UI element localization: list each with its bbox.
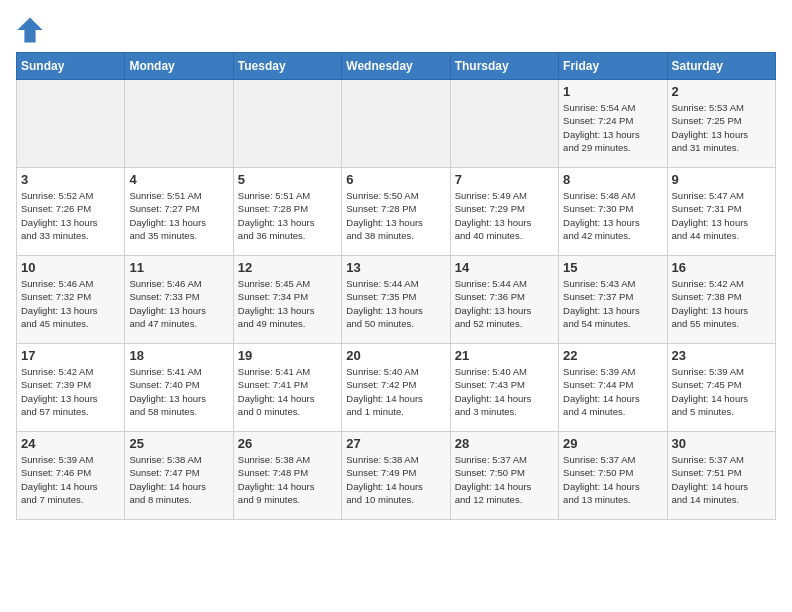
week-row-3: 10Sunrise: 5:46 AMSunset: 7:32 PMDayligh… <box>17 256 776 344</box>
svg-marker-0 <box>17 17 42 42</box>
week-row-1: 1Sunrise: 5:54 AMSunset: 7:24 PMDaylight… <box>17 80 776 168</box>
calendar-cell <box>450 80 558 168</box>
calendar-header: SundayMondayTuesdayWednesdayThursdayFrid… <box>17 53 776 80</box>
calendar-cell: 12Sunrise: 5:45 AMSunset: 7:34 PMDayligh… <box>233 256 341 344</box>
day-info: Sunrise: 5:46 AMSunset: 7:32 PMDaylight:… <box>21 277 120 330</box>
day-number: 27 <box>346 436 445 451</box>
day-number: 7 <box>455 172 554 187</box>
day-info: Sunrise: 5:40 AMSunset: 7:42 PMDaylight:… <box>346 365 445 418</box>
week-row-5: 24Sunrise: 5:39 AMSunset: 7:46 PMDayligh… <box>17 432 776 520</box>
calendar-cell: 27Sunrise: 5:38 AMSunset: 7:49 PMDayligh… <box>342 432 450 520</box>
calendar-cell: 10Sunrise: 5:46 AMSunset: 7:32 PMDayligh… <box>17 256 125 344</box>
calendar-cell: 30Sunrise: 5:37 AMSunset: 7:51 PMDayligh… <box>667 432 775 520</box>
calendar-cell: 1Sunrise: 5:54 AMSunset: 7:24 PMDaylight… <box>559 80 667 168</box>
day-info: Sunrise: 5:38 AMSunset: 7:47 PMDaylight:… <box>129 453 228 506</box>
calendar-cell: 17Sunrise: 5:42 AMSunset: 7:39 PMDayligh… <box>17 344 125 432</box>
calendar-cell: 3Sunrise: 5:52 AMSunset: 7:26 PMDaylight… <box>17 168 125 256</box>
day-number: 21 <box>455 348 554 363</box>
calendar-cell: 24Sunrise: 5:39 AMSunset: 7:46 PMDayligh… <box>17 432 125 520</box>
calendar-cell: 26Sunrise: 5:38 AMSunset: 7:48 PMDayligh… <box>233 432 341 520</box>
day-number: 8 <box>563 172 662 187</box>
calendar-cell: 7Sunrise: 5:49 AMSunset: 7:29 PMDaylight… <box>450 168 558 256</box>
day-info: Sunrise: 5:42 AMSunset: 7:39 PMDaylight:… <box>21 365 120 418</box>
day-number: 20 <box>346 348 445 363</box>
day-info: Sunrise: 5:41 AMSunset: 7:40 PMDaylight:… <box>129 365 228 418</box>
day-number: 15 <box>563 260 662 275</box>
day-info: Sunrise: 5:48 AMSunset: 7:30 PMDaylight:… <box>563 189 662 242</box>
day-info: Sunrise: 5:38 AMSunset: 7:48 PMDaylight:… <box>238 453 337 506</box>
day-info: Sunrise: 5:41 AMSunset: 7:41 PMDaylight:… <box>238 365 337 418</box>
calendar-cell: 22Sunrise: 5:39 AMSunset: 7:44 PMDayligh… <box>559 344 667 432</box>
day-number: 9 <box>672 172 771 187</box>
day-number: 30 <box>672 436 771 451</box>
day-number: 12 <box>238 260 337 275</box>
calendar-cell: 4Sunrise: 5:51 AMSunset: 7:27 PMDaylight… <box>125 168 233 256</box>
day-info: Sunrise: 5:38 AMSunset: 7:49 PMDaylight:… <box>346 453 445 506</box>
calendar-cell: 28Sunrise: 5:37 AMSunset: 7:50 PMDayligh… <box>450 432 558 520</box>
logo-icon <box>16 16 44 44</box>
calendar-cell: 25Sunrise: 5:38 AMSunset: 7:47 PMDayligh… <box>125 432 233 520</box>
day-number: 2 <box>672 84 771 99</box>
day-info: Sunrise: 5:53 AMSunset: 7:25 PMDaylight:… <box>672 101 771 154</box>
day-info: Sunrise: 5:45 AMSunset: 7:34 PMDaylight:… <box>238 277 337 330</box>
header-day-sunday: Sunday <box>17 53 125 80</box>
header-day-friday: Friday <box>559 53 667 80</box>
calendar-cell <box>17 80 125 168</box>
calendar-cell: 29Sunrise: 5:37 AMSunset: 7:50 PMDayligh… <box>559 432 667 520</box>
calendar-cell: 14Sunrise: 5:44 AMSunset: 7:36 PMDayligh… <box>450 256 558 344</box>
day-info: Sunrise: 5:50 AMSunset: 7:28 PMDaylight:… <box>346 189 445 242</box>
header-day-tuesday: Tuesday <box>233 53 341 80</box>
day-number: 29 <box>563 436 662 451</box>
day-number: 13 <box>346 260 445 275</box>
header-day-wednesday: Wednesday <box>342 53 450 80</box>
day-info: Sunrise: 5:37 AMSunset: 7:50 PMDaylight:… <box>455 453 554 506</box>
calendar-cell: 11Sunrise: 5:46 AMSunset: 7:33 PMDayligh… <box>125 256 233 344</box>
calendar-body: 1Sunrise: 5:54 AMSunset: 7:24 PMDaylight… <box>17 80 776 520</box>
calendar-table: SundayMondayTuesdayWednesdayThursdayFrid… <box>16 52 776 520</box>
day-number: 19 <box>238 348 337 363</box>
calendar-cell: 20Sunrise: 5:40 AMSunset: 7:42 PMDayligh… <box>342 344 450 432</box>
calendar-cell: 23Sunrise: 5:39 AMSunset: 7:45 PMDayligh… <box>667 344 775 432</box>
week-row-2: 3Sunrise: 5:52 AMSunset: 7:26 PMDaylight… <box>17 168 776 256</box>
day-number: 25 <box>129 436 228 451</box>
calendar-cell: 6Sunrise: 5:50 AMSunset: 7:28 PMDaylight… <box>342 168 450 256</box>
calendar-cell: 15Sunrise: 5:43 AMSunset: 7:37 PMDayligh… <box>559 256 667 344</box>
calendar-cell <box>125 80 233 168</box>
header-row: SundayMondayTuesdayWednesdayThursdayFrid… <box>17 53 776 80</box>
day-number: 1 <box>563 84 662 99</box>
day-number: 16 <box>672 260 771 275</box>
day-info: Sunrise: 5:44 AMSunset: 7:35 PMDaylight:… <box>346 277 445 330</box>
day-number: 11 <box>129 260 228 275</box>
calendar-cell: 21Sunrise: 5:40 AMSunset: 7:43 PMDayligh… <box>450 344 558 432</box>
day-info: Sunrise: 5:39 AMSunset: 7:44 PMDaylight:… <box>563 365 662 418</box>
day-info: Sunrise: 5:52 AMSunset: 7:26 PMDaylight:… <box>21 189 120 242</box>
day-number: 22 <box>563 348 662 363</box>
day-info: Sunrise: 5:42 AMSunset: 7:38 PMDaylight:… <box>672 277 771 330</box>
logo <box>16 16 48 44</box>
calendar-cell: 2Sunrise: 5:53 AMSunset: 7:25 PMDaylight… <box>667 80 775 168</box>
day-number: 23 <box>672 348 771 363</box>
calendar-cell: 9Sunrise: 5:47 AMSunset: 7:31 PMDaylight… <box>667 168 775 256</box>
day-info: Sunrise: 5:43 AMSunset: 7:37 PMDaylight:… <box>563 277 662 330</box>
day-info: Sunrise: 5:49 AMSunset: 7:29 PMDaylight:… <box>455 189 554 242</box>
day-number: 3 <box>21 172 120 187</box>
day-info: Sunrise: 5:44 AMSunset: 7:36 PMDaylight:… <box>455 277 554 330</box>
day-info: Sunrise: 5:37 AMSunset: 7:50 PMDaylight:… <box>563 453 662 506</box>
page-header <box>16 16 776 44</box>
day-number: 18 <box>129 348 228 363</box>
day-number: 24 <box>21 436 120 451</box>
calendar-cell <box>233 80 341 168</box>
day-number: 4 <box>129 172 228 187</box>
calendar-cell: 8Sunrise: 5:48 AMSunset: 7:30 PMDaylight… <box>559 168 667 256</box>
header-day-saturday: Saturday <box>667 53 775 80</box>
day-info: Sunrise: 5:39 AMSunset: 7:45 PMDaylight:… <box>672 365 771 418</box>
day-info: Sunrise: 5:51 AMSunset: 7:27 PMDaylight:… <box>129 189 228 242</box>
week-row-4: 17Sunrise: 5:42 AMSunset: 7:39 PMDayligh… <box>17 344 776 432</box>
calendar-cell <box>342 80 450 168</box>
day-info: Sunrise: 5:40 AMSunset: 7:43 PMDaylight:… <box>455 365 554 418</box>
day-info: Sunrise: 5:47 AMSunset: 7:31 PMDaylight:… <box>672 189 771 242</box>
header-day-thursday: Thursday <box>450 53 558 80</box>
day-info: Sunrise: 5:51 AMSunset: 7:28 PMDaylight:… <box>238 189 337 242</box>
day-info: Sunrise: 5:37 AMSunset: 7:51 PMDaylight:… <box>672 453 771 506</box>
calendar-cell: 16Sunrise: 5:42 AMSunset: 7:38 PMDayligh… <box>667 256 775 344</box>
